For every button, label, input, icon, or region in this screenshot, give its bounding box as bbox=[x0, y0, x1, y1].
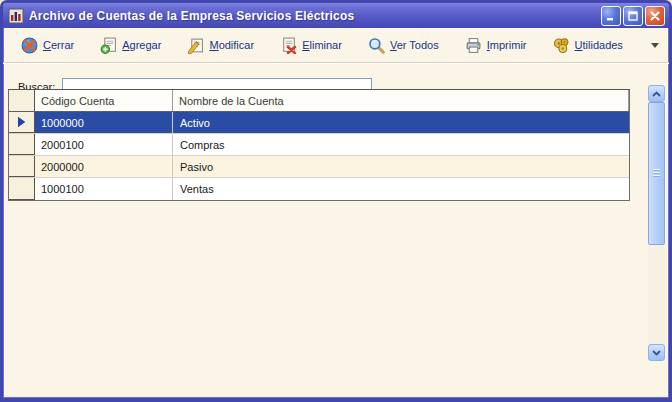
utilidades-label: Utilidades bbox=[575, 39, 623, 51]
cell-nombre-cuenta[interactable]: Ventas bbox=[173, 178, 629, 200]
accounts-table: Código Cuenta Nombre de la Cuenta 100000… bbox=[8, 89, 630, 201]
imprimir-icon bbox=[465, 37, 482, 54]
toolbar-button-cerrar[interactable]: Cerrar bbox=[17, 34, 78, 57]
maximize-button[interactable] bbox=[623, 6, 643, 26]
scrollbar-grip-icon bbox=[653, 169, 660, 178]
cell-nombre-cuenta[interactable]: Compras bbox=[173, 134, 629, 155]
row-selector[interactable] bbox=[9, 134, 35, 155]
table-header-row: Código Cuenta Nombre de la Cuenta bbox=[9, 90, 629, 112]
cerrar-label: Cerrar bbox=[43, 39, 74, 51]
app-icon bbox=[8, 8, 24, 24]
window-controls bbox=[601, 6, 665, 26]
row-selector[interactable] bbox=[9, 156, 35, 177]
minimize-button[interactable] bbox=[601, 6, 621, 26]
table-row[interactable]: 2000000Pasivo bbox=[9, 156, 629, 178]
vertical-scrollbar[interactable] bbox=[648, 85, 665, 361]
table-row[interactable]: 2000100Compras bbox=[9, 134, 629, 156]
ver-todos-label: Ver Todos bbox=[390, 39, 439, 51]
titlebar[interactable]: Archivo de Cuentas de la Empresa Servici… bbox=[3, 3, 669, 28]
scroll-down-button[interactable] bbox=[648, 344, 665, 361]
eliminar-label: Eliminar bbox=[302, 39, 342, 51]
app-window: Archivo de Cuentas de la Empresa Servici… bbox=[0, 0, 672, 402]
cell-nombre-cuenta[interactable]: Pasivo bbox=[173, 156, 629, 177]
imprimir-label: Imprimir bbox=[487, 39, 527, 51]
toolbar-button-ver-todos[interactable]: Ver Todos bbox=[364, 34, 443, 57]
row-selector[interactable] bbox=[9, 178, 35, 200]
cell-codigo-cuenta[interactable]: 2000100 bbox=[35, 134, 173, 155]
row-selector[interactable] bbox=[9, 112, 35, 133]
maximize-icon bbox=[627, 10, 639, 22]
close-icon bbox=[649, 10, 661, 22]
agregar-icon bbox=[100, 37, 117, 54]
column-header-codigo[interactable]: Código Cuenta bbox=[35, 90, 173, 111]
minimize-icon bbox=[605, 10, 617, 22]
agregar-label: Agregar bbox=[122, 39, 161, 51]
toolbar-button-modificar[interactable]: Modificar bbox=[183, 34, 258, 57]
table-row[interactable]: 1000000Activo bbox=[9, 112, 629, 134]
toolbar: Cerrar Agregar Modificar bbox=[3, 28, 669, 63]
modificar-label: Modificar bbox=[209, 39, 254, 51]
close-button[interactable] bbox=[645, 6, 665, 26]
column-header-nombre[interactable]: Nombre de la Cuenta bbox=[173, 90, 629, 111]
toolbar-button-imprimir[interactable]: Imprimir bbox=[461, 34, 531, 57]
chevron-down-icon bbox=[652, 350, 661, 356]
eliminar-icon bbox=[280, 37, 297, 54]
cell-nombre-cuenta[interactable]: Activo bbox=[173, 112, 629, 133]
cerrar-icon bbox=[21, 37, 38, 54]
scroll-up-button[interactable] bbox=[648, 85, 665, 102]
cell-codigo-cuenta[interactable]: 1000000 bbox=[35, 112, 173, 133]
toolbar-overflow-chevron-icon[interactable] bbox=[651, 43, 659, 48]
toolbar-button-agregar[interactable]: Agregar bbox=[96, 34, 165, 57]
utilidades-icon bbox=[553, 37, 570, 54]
scrollbar-thumb[interactable] bbox=[648, 102, 665, 245]
cell-codigo-cuenta[interactable]: 2000000 bbox=[35, 156, 173, 177]
cell-codigo-cuenta[interactable]: 1000100 bbox=[35, 178, 173, 200]
selected-row-arrow-icon bbox=[18, 117, 25, 127]
modificar-icon bbox=[187, 37, 204, 54]
window-title: Archivo de Cuentas de la Empresa Servici… bbox=[29, 9, 601, 23]
toolbar-button-eliminar[interactable]: Eliminar bbox=[276, 34, 346, 57]
table-row[interactable]: 1000100Ventas bbox=[9, 178, 629, 200]
ver-todos-icon bbox=[368, 37, 385, 54]
toolbar-button-utilidades[interactable]: Utilidades bbox=[549, 34, 627, 57]
row-selector-header bbox=[9, 90, 35, 111]
chevron-up-icon bbox=[652, 91, 661, 97]
table-body: 1000000Activo2000100Compras2000000Pasivo… bbox=[9, 112, 629, 200]
